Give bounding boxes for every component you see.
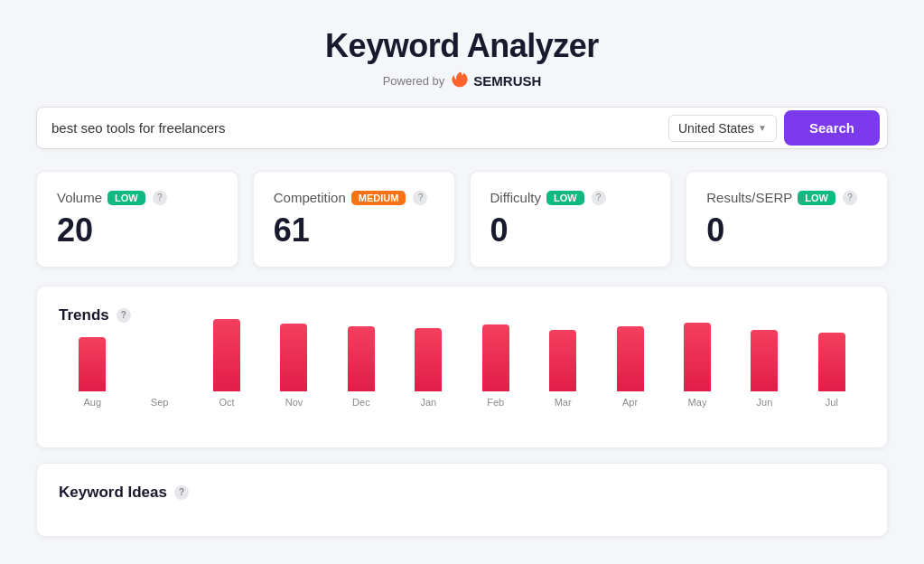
bar-label: Dec: [352, 397, 370, 408]
semrush-icon: [450, 70, 470, 90]
semrush-logo: SEMRUSH: [450, 70, 541, 90]
powered-by: Powered by SEMRUSH: [36, 70, 888, 90]
metric-badge: MEDIUM: [351, 191, 406, 205]
bar: [280, 324, 307, 391]
bar-label: Feb: [487, 397, 504, 408]
trends-title: Trends ?: [59, 306, 865, 324]
metric-label: Competition: [274, 190, 346, 205]
metric-value: 0: [706, 212, 867, 249]
chevron-down-icon: ▼: [758, 123, 767, 133]
bar: [549, 330, 576, 391]
bar-group: Apr: [596, 326, 663, 408]
powered-by-label: Powered by: [383, 74, 445, 88]
metric-header: Volume LOW ?: [57, 190, 218, 205]
metric-header: Difficulty LOW ?: [490, 190, 651, 205]
bar: [684, 323, 711, 391]
metric-help-icon[interactable]: ?: [592, 191, 606, 205]
metric-label: Difficulty: [490, 190, 541, 205]
trends-section: Trends ? Aug Sep Oct Nov Dec Jan: [36, 286, 888, 448]
bar-label: May: [688, 397, 707, 408]
metric-card: Volume LOW ? 20: [36, 171, 238, 268]
bar-label: Jun: [757, 397, 773, 408]
bar-group: Sep: [126, 391, 192, 408]
bar: [751, 330, 778, 391]
bar-label: Jan: [420, 397, 436, 408]
bar-group: Oct: [193, 319, 260, 408]
metric-header: Competition MEDIUM ?: [274, 190, 434, 205]
bar: [79, 337, 106, 391]
bar-group: Jun: [731, 330, 798, 408]
bar: [415, 328, 442, 391]
metric-label: Results/SERP: [706, 190, 792, 205]
search-button[interactable]: Search: [784, 110, 880, 146]
bar: [818, 333, 845, 391]
bar: [482, 324, 509, 391]
bar-group: Dec: [328, 326, 395, 408]
bar-group: Mar: [529, 330, 596, 408]
bar-group: Jan: [395, 328, 462, 408]
bar: [348, 326, 375, 391]
bar-group: Feb: [462, 324, 529, 408]
bar-group: May: [664, 323, 731, 408]
metric-badge: LOW: [798, 191, 835, 205]
bar-group: Nov: [260, 324, 327, 408]
trends-help-icon[interactable]: ?: [117, 308, 131, 323]
metric-badge: LOW: [107, 191, 145, 205]
metrics-row: Volume LOW ? 20 Competition MEDIUM ? 61 …: [36, 171, 888, 268]
metric-card: Difficulty LOW ? 0: [470, 171, 672, 268]
keyword-ideas-title: Keyword Ideas ?: [59, 484, 865, 502]
bar: [617, 326, 644, 391]
country-label: United States: [678, 121, 754, 136]
bar-label: Nov: [285, 397, 303, 408]
metric-label: Volume: [57, 190, 102, 205]
keyword-ideas-section: Keyword Ideas ?: [36, 463, 888, 537]
metric-badge: LOW: [546, 191, 584, 205]
metric-value: 0: [490, 212, 651, 249]
country-selector[interactable]: United States ▼: [668, 115, 777, 142]
bar-label: Apr: [622, 397, 638, 408]
metric-help-icon[interactable]: ?: [153, 191, 167, 205]
metric-card: Competition MEDIUM ? 61: [253, 171, 455, 268]
bar-label: Jul: [826, 397, 838, 408]
metric-help-icon[interactable]: ?: [413, 191, 427, 205]
metric-card: Results/SERP LOW ? 0: [686, 171, 888, 268]
bar-label: Mar: [555, 397, 572, 408]
bar-label: Sep: [151, 397, 169, 408]
header: Keyword Analyzer Powered by SEMRUSH: [36, 27, 888, 90]
bar-label: Aug: [83, 397, 101, 408]
bar-group: Jul: [798, 333, 865, 408]
keyword-ideas-help-icon[interactable]: ?: [174, 485, 189, 500]
page-wrapper: Keyword Analyzer Powered by SEMRUSH Unit…: [0, 0, 924, 555]
bar-group: Aug: [59, 337, 126, 408]
metric-value: 61: [274, 212, 434, 249]
search-input[interactable]: [51, 108, 661, 148]
page-title: Keyword Analyzer: [36, 27, 888, 65]
metric-header: Results/SERP LOW ?: [706, 190, 867, 205]
search-bar: United States ▼ Search: [36, 107, 888, 149]
bar-label: Oct: [219, 397, 234, 408]
semrush-label: SEMRUSH: [473, 73, 541, 89]
bar: [213, 319, 240, 391]
trends-chart: Aug Sep Oct Nov Dec Jan Feb Mar: [59, 343, 865, 433]
metric-value: 20: [57, 212, 218, 249]
metric-help-icon[interactable]: ?: [843, 191, 857, 205]
